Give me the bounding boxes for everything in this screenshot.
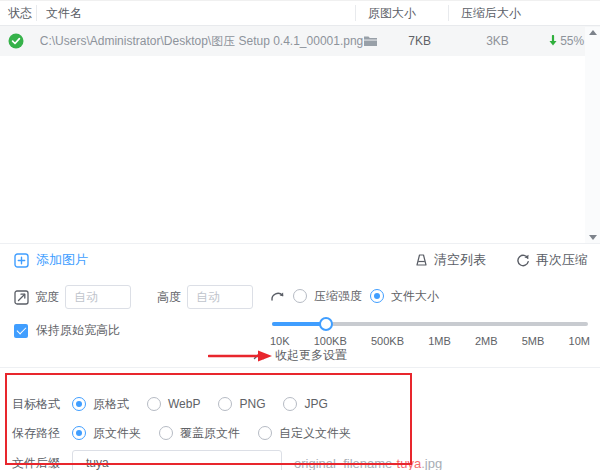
radio-icon[interactable] — [258, 426, 272, 440]
radio-icon[interactable] — [293, 289, 307, 303]
filesize-slider[interactable] — [272, 317, 588, 331]
dimension-row: 宽度 高度 — [14, 284, 270, 310]
column-header-filename: 文件名 — [36, 5, 355, 21]
path-overwrite-label: 覆盖原文件 — [180, 425, 240, 442]
resize-settings: 宽度 高度 保持原始宽高比 — [14, 284, 270, 344]
row-filename-cell: C:\Users\Administrator\Desktop\图压 Setup … — [31, 33, 397, 49]
column-header-original-size: 原图大小 — [355, 5, 448, 21]
slider-handle[interactable] — [319, 317, 333, 331]
tuya-compressor-window: 状态 文件名 原图大小 压缩后大小 C:\Users\Administrator… — [0, 0, 600, 470]
refresh-icon — [516, 253, 530, 267]
recompress-button[interactable]: 再次压缩 — [516, 251, 588, 269]
save-path-row: 保存路径 原文件夹 覆盖原文件 自定义文件夹 — [0, 418, 600, 448]
preview-prefix: original_filename — [294, 456, 392, 470]
mode-filesize-label: 文件大小 — [391, 288, 439, 305]
preview-highlight: -tuya — [392, 456, 421, 470]
scroll-down-icon[interactable] — [589, 235, 597, 240]
file-list-header: 状态 文件名 原图大小 压缩后大小 — [0, 1, 600, 26]
mode-strength-radio[interactable]: 压缩强度 — [293, 288, 362, 305]
height-input[interactable] — [187, 285, 253, 309]
height-label: 高度 — [157, 289, 181, 306]
row-status-cell — [0, 33, 31, 49]
radio-icon[interactable] — [283, 397, 297, 411]
row-compressed-cell: 3KB 55% — [474, 33, 600, 49]
file-list-panel: 状态 文件名 原图大小 压缩后大小 C:\Users\Administrator… — [0, 1, 600, 244]
compression-mode-row: 压缩强度 文件大小 — [270, 284, 590, 308]
suffix-input[interactable] — [72, 450, 282, 470]
clear-list-button[interactable]: 清空列表 — [415, 251, 486, 269]
slider-fill — [272, 322, 326, 326]
compression-settings: 压缩强度 文件大小 10K 100KB 500KB 1MB 2MB 5MB 10… — [270, 284, 600, 344]
rotate-arrow-icon[interactable] — [270, 289, 285, 303]
suffix-label: 文件后缀 — [12, 455, 72, 470]
radio-icon[interactable] — [147, 397, 161, 411]
collapse-more-settings[interactable]: 收起更多设置 — [0, 344, 600, 368]
format-webp-radio[interactable]: WebP — [147, 397, 200, 411]
scroll-up-icon[interactable] — [589, 30, 597, 35]
path-overwrite-radio[interactable]: 覆盖原文件 — [159, 425, 240, 442]
resize-icon — [14, 290, 29, 305]
column-header-status: 状态 — [0, 5, 36, 22]
collapse-label: 收起更多设置 — [275, 347, 347, 364]
width-label: 宽度 — [35, 289, 59, 306]
path-custom-folder-label: 自定义文件夹 — [279, 425, 351, 442]
add-images-label: 添加图片 — [36, 251, 88, 269]
mode-strength-label: 压缩强度 — [314, 288, 362, 305]
target-format-row: 目标格式 原格式 WebP PNG — [0, 380, 600, 418]
row-original-size: 7KB — [396, 33, 474, 49]
toolbar: 添加图片 清空列表 再次压缩 — [0, 244, 600, 276]
preview-ext: .jpg — [421, 456, 442, 470]
mode-filesize-radio[interactable]: 文件大小 — [370, 288, 439, 305]
radio-checked-icon[interactable] — [370, 289, 384, 303]
radio-checked-icon[interactable] — [72, 426, 86, 440]
list-scrollbar[interactable] — [585, 27, 600, 243]
keep-ratio-label: 保持原始宽高比 — [36, 322, 120, 339]
keep-ratio-row: 保持原始宽高比 — [14, 322, 270, 339]
folder-icon[interactable] — [363, 35, 378, 47]
save-path-label: 保存路径 — [12, 425, 72, 442]
path-custom-folder-radio[interactable]: 自定义文件夹 — [258, 425, 351, 442]
add-images-button[interactable]: 添加图片 — [14, 251, 88, 269]
format-original-label: 原格式 — [93, 396, 129, 413]
reduction-percent: 55% — [560, 33, 584, 49]
toolbar-right: 清空列表 再次压缩 — [415, 251, 588, 269]
width-input[interactable] — [65, 285, 131, 309]
recompress-label: 再次压缩 — [536, 251, 588, 269]
suffix-row: 文件后缀 original_filename-tuya.jpg — [0, 448, 600, 470]
format-original-radio[interactable]: 原格式 — [72, 396, 129, 413]
suffix-preview: original_filename-tuya.jpg — [294, 456, 442, 470]
settings-area: 宽度 高度 保持原始宽高比 — [0, 276, 600, 344]
table-row[interactable]: C:\Users\Administrator\Desktop\图压 Setup … — [0, 26, 600, 56]
format-png-label: PNG — [239, 397, 265, 411]
file-path: C:\Users\Administrator\Desktop\图压 Setup … — [40, 33, 364, 49]
red-arrow-icon — [208, 349, 274, 363]
eraser-icon — [415, 253, 428, 267]
check-circle-icon — [8, 33, 31, 49]
row-compressed-size: 3KB — [486, 33, 548, 49]
format-png-radio[interactable]: PNG — [218, 397, 265, 411]
keep-ratio-checkbox[interactable] — [14, 324, 28, 338]
plus-square-icon — [14, 253, 29, 268]
arrow-down-icon — [548, 35, 558, 47]
path-original-folder-label: 原文件夹 — [93, 425, 141, 442]
radio-checked-icon[interactable] — [72, 397, 86, 411]
clear-list-label: 清空列表 — [434, 251, 486, 269]
column-header-compressed-size: 压缩后大小 — [448, 5, 600, 21]
format-jpg-label: JPG — [304, 397, 327, 411]
format-jpg-radio[interactable]: JPG — [283, 397, 327, 411]
radio-icon[interactable] — [218, 397, 232, 411]
format-webp-label: WebP — [168, 397, 200, 411]
target-format-label: 目标格式 — [12, 396, 72, 413]
reduction-badge: 55% — [548, 33, 584, 49]
path-original-folder-radio[interactable]: 原文件夹 — [72, 425, 141, 442]
radio-icon[interactable] — [159, 426, 173, 440]
more-settings-panel: 目标格式 原格式 WebP PNG — [0, 368, 600, 470]
